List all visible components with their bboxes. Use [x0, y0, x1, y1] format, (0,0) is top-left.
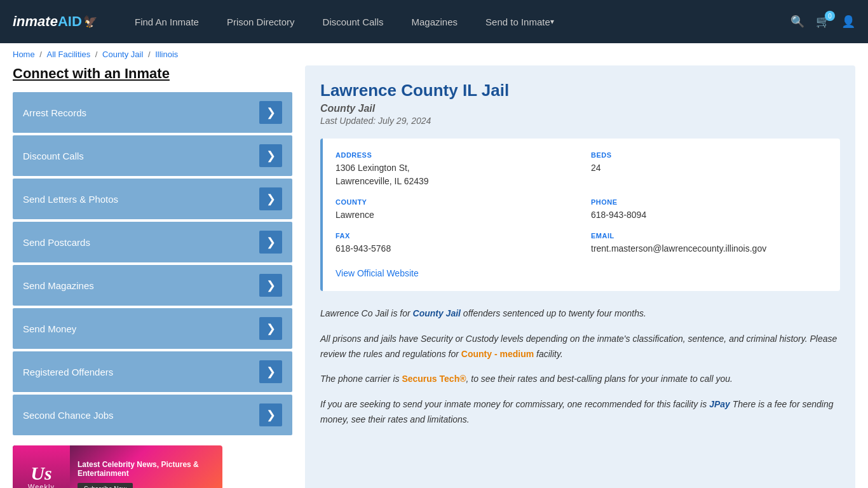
county-medium-link[interactable]: County - medium — [461, 349, 534, 359]
county-jail-link-1[interactable]: County Jail — [413, 308, 461, 318]
desc-para1-post: offenders sentenced up to twenty four mo… — [461, 308, 646, 318]
site-header: inmateAID🦅 Find An Inmate Prison Directo… — [0, 0, 868, 43]
nav-prison-directory[interactable]: Prison Directory — [213, 0, 309, 43]
info-card: ADDRESS 1306 Lexington St, Lawrenceville… — [320, 139, 840, 291]
arrow-icon: ❯ — [259, 101, 282, 124]
header-icons: 🔍 🛒 0 👤 — [790, 15, 855, 29]
breadcrumb-county-jail[interactable]: County Jail — [102, 50, 143, 59]
sidebar: Connect with an Inmate Arrest Records ❯ … — [13, 65, 292, 488]
sidebar-item-arrest-records[interactable]: Arrest Records ❯ — [13, 92, 292, 133]
breadcrumb-sep-3: / — [148, 50, 153, 59]
arrow-icon: ❯ — [259, 403, 282, 426]
address-value: 1306 Lexington St, Lawrenceville, IL 624… — [336, 161, 572, 188]
jpay-link[interactable]: JPay — [709, 399, 730, 409]
arrow-icon: ❯ — [259, 231, 282, 254]
website-field: View Official Website — [336, 268, 827, 278]
nav-find-inmate[interactable]: Find An Inmate — [121, 0, 213, 43]
main-layout: Connect with an Inmate Arrest Records ❯ … — [0, 65, 868, 488]
desc-para2-pre: All prisons and jails have Security or C… — [320, 334, 837, 359]
sidebar-menu: Arrest Records ❯ Discount Calls ❯ Send L… — [13, 92, 292, 435]
securus-link[interactable]: Securus Tech® — [402, 374, 466, 384]
county-label: COUNTY — [336, 198, 572, 206]
fax-value: 618-943-5768 — [336, 242, 572, 255]
cart-badge: 0 — [825, 11, 835, 21]
sidebar-item-label: Second Chance Jobs — [23, 410, 114, 421]
nav-magazines[interactable]: Magazines — [397, 0, 471, 43]
logo-aid-text: AID — [58, 13, 82, 30]
nav-send-to-inmate[interactable]: Send to Inmate — [471, 0, 568, 43]
sidebar-item-label: Send Letters & Photos — [23, 194, 118, 205]
ad-subscribe-button[interactable]: Subscribe Now — [78, 483, 133, 489]
sidebar-item-send-letters[interactable]: Send Letters & Photos ❯ — [13, 179, 292, 219]
address-field: ADDRESS 1306 Lexington St, Lawrenceville… — [336, 151, 572, 188]
desc-para3-post: , to see their rates and best-calling pl… — [466, 374, 733, 384]
address-line2: Lawrenceville, IL 62439 — [336, 176, 429, 186]
beds-value: 24 — [591, 161, 827, 175]
sidebar-item-label: Arrest Records — [23, 107, 86, 118]
user-icon[interactable]: 👤 — [841, 15, 855, 29]
desc-para4-pre: If you are seeking to send your inmate m… — [320, 399, 709, 409]
logo-inmate-text: inmate — [13, 13, 58, 30]
breadcrumb-sep-2: / — [95, 50, 100, 59]
desc-para3-pre: The phone carrier is — [320, 374, 402, 384]
desc-para-2: All prisons and jails have Security or C… — [320, 332, 840, 362]
desc-para-3: The phone carrier is Securus Tech®, to s… — [320, 372, 840, 387]
breadcrumb-all-facilities[interactable]: All Facilities — [47, 50, 91, 59]
facility-name: Lawrence County IL Jail — [320, 81, 840, 100]
sidebar-item-label: Discount Calls — [23, 151, 84, 161]
sidebar-item-discount-calls[interactable]: Discount Calls ❯ — [13, 135, 292, 176]
desc-para-1: Lawrence Co Jail is for County Jail offe… — [320, 306, 840, 322]
desc-para-4: If you are seeking to send your inmate m… — [320, 397, 840, 428]
county-value: Lawrence — [336, 208, 572, 222]
sidebar-item-label: Send Magazines — [23, 280, 94, 291]
county-field: COUNTY Lawrence — [336, 198, 572, 222]
ad-tagline: Weekly — [28, 483, 55, 488]
desc-para2-post: facility. — [534, 349, 563, 359]
last-updated: Last Updated: July 29, 2024 — [320, 116, 840, 126]
main-nav: Find An Inmate Prison Directory Discount… — [121, 0, 771, 43]
address-label: ADDRESS — [336, 151, 572, 159]
email-value: trent.masterson@lawrencecounty.illinois.… — [591, 242, 827, 255]
phone-label: PHONE — [591, 198, 827, 206]
fax-field: FAX 618-943-5768 — [336, 232, 572, 255]
arrow-icon: ❯ — [259, 144, 282, 167]
breadcrumb-sep-1: / — [39, 50, 44, 59]
arrow-icon: ❯ — [259, 317, 282, 340]
arrow-icon: ❯ — [259, 187, 282, 210]
ad-banner[interactable]: Us Weekly Latest Celebrity News, Picture… — [13, 445, 222, 488]
main-content: Lawrence County IL Jail County Jail Last… — [305, 65, 855, 488]
sidebar-item-send-money[interactable]: Send Money ❯ — [13, 308, 292, 349]
cart-icon[interactable]: 🛒 0 — [816, 15, 830, 29]
beds-label: BEDS — [591, 151, 827, 159]
ad-logo: Us — [31, 464, 51, 483]
sidebar-item-registered-offenders[interactable]: Registered Offenders ❯ — [13, 351, 292, 392]
sidebar-item-label: Send Postcards — [23, 237, 90, 248]
nav-discount-calls[interactable]: Discount Calls — [309, 0, 398, 43]
ad-logo-section: Us Weekly — [13, 445, 70, 488]
ad-text-strong: Latest Celebrity News, Pictures & Entert… — [78, 460, 215, 478]
search-icon[interactable]: 🔍 — [790, 15, 804, 29]
beds-field: BEDS 24 — [591, 151, 827, 188]
facility-type: County Jail — [320, 103, 840, 114]
sidebar-item-label: Registered Offenders — [23, 367, 113, 377]
sidebar-item-send-postcards[interactable]: Send Postcards ❯ — [13, 222, 292, 262]
breadcrumb-state[interactable]: Illinois — [155, 50, 178, 59]
arrow-icon: ❯ — [259, 274, 282, 297]
site-logo[interactable]: inmateAID🦅 — [13, 13, 102, 30]
ad-content: Latest Celebrity News, Pictures & Entert… — [70, 454, 222, 489]
address-line1: 1306 Lexington St, — [336, 163, 410, 173]
email-field: EMAIL trent.masterson@lawrencecounty.ill… — [591, 232, 827, 255]
desc-para1-pre: Lawrence Co Jail is for — [320, 308, 413, 318]
sidebar-item-send-magazines[interactable]: Send Magazines ❯ — [13, 265, 292, 306]
phone-field: PHONE 618-943-8094 — [591, 198, 827, 222]
breadcrumb: Home / All Facilities / County Jail / Il… — [0, 43, 868, 65]
facility-description: Lawrence Co Jail is for County Jail offe… — [320, 306, 840, 428]
view-website-link[interactable]: View Official Website — [336, 268, 419, 278]
email-label: EMAIL — [591, 232, 827, 240]
logo-bird-icon: 🦅 — [83, 15, 97, 29]
sidebar-item-label: Send Money — [23, 323, 76, 334]
fax-label: FAX — [336, 232, 572, 240]
sidebar-item-second-chance-jobs[interactable]: Second Chance Jobs ❯ — [13, 395, 292, 435]
breadcrumb-home[interactable]: Home — [13, 50, 35, 59]
sidebar-title: Connect with an Inmate — [13, 65, 292, 82]
